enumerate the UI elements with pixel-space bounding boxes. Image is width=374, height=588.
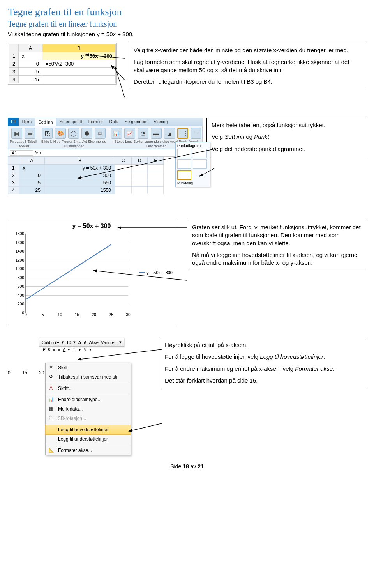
excel-formula-figure: A B 1 x y = 50x + 300 2 0 =50*A2+300 3: [8, 43, 125, 109]
scatter-type-1[interactable]: [177, 149, 191, 158]
cell-a4: 25: [19, 76, 42, 83]
tab-hjem[interactable]: Hjem: [19, 118, 35, 126]
cell-a3: 5: [19, 68, 42, 76]
page-footer: Side 18 av 21: [8, 463, 366, 469]
picture-icon[interactable]: 🖼: [42, 128, 53, 139]
scatter-type-4[interactable]: [193, 159, 207, 169]
intro-text: Vi skal tegne grafen til funksjonen y = …: [8, 31, 366, 37]
smartart-icon[interactable]: ⬣: [81, 128, 92, 139]
table-icon[interactable]: ▤: [25, 128, 35, 139]
menu-reset-style[interactable]: ↺Tilbakestill i samsvar med stil: [46, 372, 131, 382]
other-chart-icon[interactable]: ⋯: [191, 128, 201, 139]
line-chart-icon[interactable]: 📈: [124, 128, 135, 139]
menu-3d-rotation: ⬚3D-rotasjon...: [46, 414, 131, 423]
excel-ribbon-figure: Fil Hjem Sett inn Sideoppsett Formler Da…: [8, 118, 203, 211]
tab-sideoppsett[interactable]: Sideoppsett: [56, 118, 85, 126]
menu-add-major-gridlines[interactable]: Legg til hovedstøttelinjer: [45, 425, 131, 435]
menu-font[interactable]: ASkrift...: [46, 384, 131, 393]
page-title: Tegne grafen til en funksjon: [8, 6, 366, 18]
formula-bar-value[interactable]: x: [40, 151, 42, 155]
instruction-box-3: Grafen ser slik ut. Fordi vi merket funk…: [187, 220, 366, 270]
scatter-type-5[interactable]: [177, 170, 191, 180]
pie-chart-icon[interactable]: ◔: [138, 128, 148, 139]
col-b-header: B: [42, 44, 116, 52]
cell-b1: y = 50x + 300: [42, 52, 116, 60]
scatter-chart-icon[interactable]: ⋮⋮: [177, 128, 188, 139]
svg-line-8: [129, 423, 162, 431]
fx-icon[interactable]: fx: [35, 151, 38, 155]
col-a-header: A: [19, 44, 42, 52]
scatter-popup: Punktdiagram Punktdiag: [175, 142, 210, 187]
line-chart-figure: y = 50x + 300 y = 50x + 300 020040060080…: [8, 220, 183, 329]
shapes-icon[interactable]: ◯: [68, 128, 79, 139]
cell-a2: 0: [19, 60, 42, 68]
scatter-type-3[interactable]: [177, 159, 191, 169]
cell-a1: x: [19, 52, 42, 60]
pivottable-icon[interactable]: ▦: [11, 128, 22, 139]
context-menu: ✕Slett ↺Tilbakestill i samsvar med stil …: [45, 363, 131, 455]
tab-se-gjennom[interactable]: Se gjennom: [122, 118, 151, 126]
menu-format-axis[interactable]: 📐Formater akse...: [46, 446, 131, 455]
area-chart-icon[interactable]: ◢: [164, 128, 175, 139]
scatter-type-2[interactable]: [193, 149, 207, 158]
menu-delete[interactable]: ✕Slett: [46, 363, 131, 372]
tab-fil[interactable]: Fil: [8, 118, 19, 126]
instruction-box-1: Velg tre x-verdier der både den minste o…: [129, 43, 366, 89]
context-menu-figure: Calibri (E▾ 10▾ AA Akse: Vannrett▾ F K ≡…: [8, 338, 156, 455]
column-chart-icon[interactable]: 📊: [111, 128, 122, 139]
tab-visning[interactable]: Visning: [151, 118, 171, 126]
chart-legend[interactable]: y = 50x + 300: [139, 270, 173, 275]
bar-chart-icon[interactable]: ▬: [151, 128, 162, 139]
instruction-box-4: Høyreklikk på et tall på x-aksen. For å …: [160, 338, 366, 388]
clipart-icon[interactable]: 🎨: [55, 128, 66, 139]
screenshot-icon[interactable]: ⧉: [95, 128, 106, 139]
tab-formler[interactable]: Formler: [85, 118, 106, 126]
tab-data[interactable]: Data: [106, 118, 122, 126]
subheading: Tegne grafen til en lineær funksjon: [8, 19, 366, 28]
name-box[interactable]: A1: [10, 150, 33, 156]
cell-b2-formula[interactable]: =50*A2+300: [42, 60, 116, 68]
menu-add-minor-gridlines[interactable]: Legg til understøttelinjer: [46, 434, 131, 444]
instruction-box-2: Merk hele tabellen, også funksjonsuttryk…: [206, 118, 366, 156]
mini-toolbar[interactable]: Calibri (E▾ 10▾ AA Akse: Vannrett▾: [39, 338, 124, 347]
chart-title[interactable]: y = 50x + 300: [8, 220, 175, 230]
tab-sett-inn[interactable]: Sett inn: [35, 118, 56, 126]
menu-select-data[interactable]: ▦Merk data...: [46, 404, 131, 414]
menu-change-chart-type[interactable]: 📊Endre diagramtype...: [46, 395, 131, 404]
